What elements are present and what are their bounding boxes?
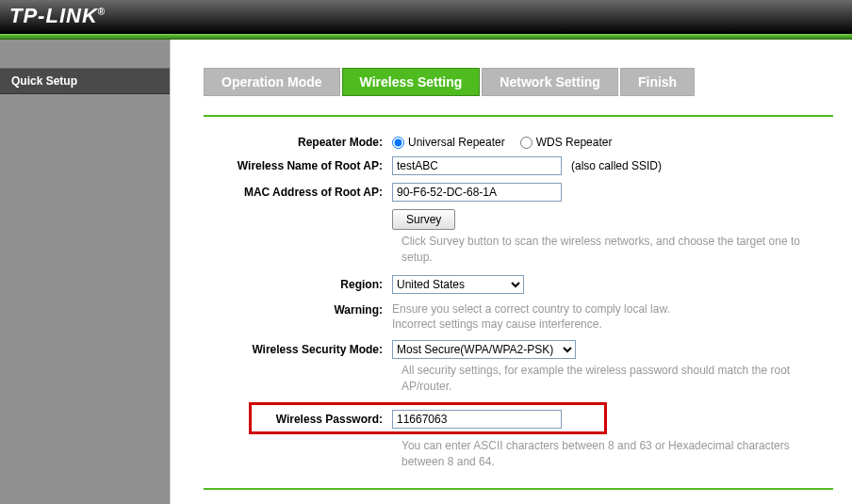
radio-wds-label: WDS Repeater — [536, 136, 613, 149]
sidebar-item-label: Quick Setup — [11, 74, 77, 88]
password-label: Wireless Password: — [204, 413, 392, 426]
survey-hint: Click Survey button to scan the wireless… — [401, 234, 833, 266]
security-hint: All security settings, for example the w… — [401, 363, 833, 395]
region-select[interactable]: United States — [392, 275, 524, 294]
header: TP-LINK® — [0, 0, 852, 34]
wizard-tabs: Operation Mode Wireless Setting Network … — [204, 68, 833, 96]
warning-text: Ensure you select a correct country to c… — [392, 301, 670, 333]
survey-button[interactable]: Survey — [392, 209, 455, 230]
divider — [204, 115, 833, 117]
tab-finish[interactable]: Finish — [620, 68, 695, 96]
repeater-mode-label: Repeater Mode: — [204, 136, 392, 149]
radio-universal-input[interactable] — [392, 137, 404, 149]
main-panel: Operation Mode Wireless Setting Network … — [170, 40, 852, 504]
wireless-name-label: Wireless Name of Root AP: — [204, 159, 392, 172]
wireless-name-input[interactable] — [392, 156, 562, 175]
ssid-note: (also called SSID) — [571, 159, 662, 172]
mac-input[interactable] — [392, 183, 562, 202]
tab-network-setting[interactable]: Network Setting — [482, 68, 618, 96]
sidebar: Quick Setup — [0, 40, 170, 504]
tab-operation-mode[interactable]: Operation Mode — [204, 68, 340, 96]
password-hint: You can enter ASCII characters between 8… — [401, 438, 833, 470]
brand-logo: TP-LINK® — [9, 4, 106, 27]
divider-bottom — [204, 488, 833, 490]
password-input[interactable] — [392, 410, 562, 429]
warning-label: Warning: — [204, 301, 392, 317]
sidebar-item-quick-setup[interactable]: Quick Setup — [0, 68, 170, 94]
mac-label: MAC Address of Root AP: — [204, 186, 392, 199]
region-label: Region: — [204, 278, 392, 291]
tab-wireless-setting[interactable]: Wireless Setting — [342, 68, 481, 96]
radio-universal-repeater[interactable]: Universal Repeater — [392, 136, 505, 149]
radio-universal-label: Universal Repeater — [408, 136, 505, 149]
radio-wds-repeater[interactable]: WDS Repeater — [520, 136, 613, 149]
radio-wds-input[interactable] — [520, 137, 532, 149]
form: Repeater Mode: Universal Repeater WDS Re… — [204, 136, 833, 469]
security-mode-label: Wireless Security Mode: — [204, 343, 392, 356]
security-mode-select[interactable]: Most Secure(WPA/WPA2-PSK) — [392, 340, 576, 359]
